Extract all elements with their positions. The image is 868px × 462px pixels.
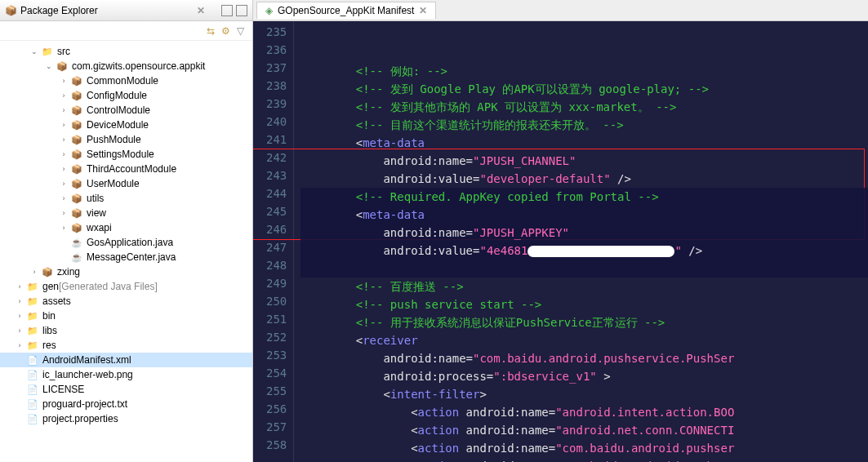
code-line[interactable]: android:name="com.baidu.android.pushserv… (300, 349, 868, 367)
file-icon: 📄 (26, 398, 39, 411)
file-icon: 📄 (26, 368, 39, 381)
tree-item[interactable]: ›📁bin (0, 309, 252, 323)
expander-icon[interactable] (59, 252, 69, 262)
expander-icon[interactable]: › (59, 105, 69, 115)
expander-icon[interactable]: › (15, 311, 24, 321)
expander-icon[interactable]: › (59, 193, 69, 203)
close-icon[interactable]: ✕ (197, 5, 205, 16)
tree-label: src (57, 46, 70, 57)
link-editor-icon[interactable]: ⚙ (221, 25, 230, 37)
tree-item[interactable]: ›📁res (0, 338, 252, 353)
tree-item[interactable]: ⌄📦com.gizwits.opensource.appkit (0, 59, 252, 73)
tree-item[interactable]: ›📦ConfigModule (0, 88, 252, 103)
minimize-icon[interactable] (221, 5, 233, 16)
tree-item[interactable]: 📄project.properties (0, 411, 252, 426)
tree-item[interactable]: ☕MessageCenter.java (0, 250, 252, 264)
code-line[interactable]: <!-- 例如: --> (300, 62, 868, 80)
tree-item[interactable]: ›📦zxing (0, 264, 252, 279)
project-tree[interactable]: ⌄📁src⌄📦com.gizwits.opensource.appkit›📦Co… (0, 41, 252, 462)
tree-item[interactable]: ›📦utils (0, 191, 252, 206)
expander-icon[interactable] (15, 384, 24, 394)
editor-tab-title: GOpenSource_AppKit Manifest (278, 5, 414, 16)
line-number: 240 (266, 113, 287, 131)
expander-icon[interactable]: ⌄ (29, 47, 39, 56)
code-line[interactable]: <!-- 发到 Google Play 的APK可以设置为 google-pla… (300, 80, 868, 98)
tree-label: CommonModule (87, 75, 158, 87)
code-line[interactable]: <action android:name="android.intent.act… (300, 403, 868, 421)
tree-item[interactable]: ›📦ThirdAccountModule (0, 162, 252, 176)
tree-item[interactable]: 📄proguard-project.txt (0, 397, 252, 411)
tree-item[interactable]: ›📦SettingsModule (0, 147, 252, 162)
expander-icon[interactable]: › (15, 326, 24, 335)
expander-icon[interactable]: › (59, 149, 69, 159)
code-line[interactable] (300, 260, 868, 278)
tree-item[interactable]: ›📦DeviceModule (0, 118, 252, 132)
code-line[interactable]: <!-- Required. AppKey copied from Portal… (300, 188, 868, 206)
expander-icon[interactable]: › (59, 208, 69, 218)
code-line[interactable]: <action android:name="com.baidu.android.… (300, 457, 868, 462)
code-line[interactable]: <meta-data (300, 206, 868, 224)
tree-label: project.properties (42, 413, 118, 424)
tree-item[interactable]: ›📦PushModule (0, 132, 252, 147)
tree-item[interactable]: ›📦UserModule (0, 176, 252, 191)
expander-icon[interactable]: › (59, 91, 69, 100)
tree-item[interactable]: ›📁assets (0, 294, 252, 309)
expander-icon[interactable]: › (59, 76, 69, 86)
tree-item[interactable]: ⌄📁src (0, 44, 252, 59)
code-line[interactable]: <action android:name="com.baidu.android.… (300, 439, 868, 457)
expander-icon[interactable] (15, 414, 24, 424)
expander-icon[interactable]: › (15, 282, 24, 291)
code-line[interactable]: <intent-filter> (300, 385, 868, 403)
code-line[interactable]: <meta-data (300, 134, 868, 152)
line-number: 256 (266, 400, 287, 418)
editor-tab[interactable]: ◈ GOpenSource_AppKit Manifest ✕ (256, 2, 436, 19)
expander-icon[interactable]: › (15, 340, 24, 350)
expander-icon[interactable]: › (29, 267, 39, 277)
code-line[interactable]: <!-- push service start --> (300, 295, 868, 313)
tree-item[interactable]: ›📦ControlModule (0, 103, 252, 118)
expander-icon[interactable]: ⌄ (44, 61, 54, 71)
code-line[interactable]: <!-- 目前这个渠道统计功能的报表还未开放。 --> (300, 116, 868, 134)
expander-icon[interactable]: › (59, 223, 69, 233)
expander-icon[interactable]: › (59, 164, 69, 174)
tree-label: ControlModule (87, 104, 150, 116)
code-line[interactable]: android:name="JPUSH_APPKEY" (300, 224, 868, 242)
view-menu-icon[interactable]: ▽ (237, 25, 244, 37)
code-line[interactable]: android:name="JPUSH_CHANNEL" (300, 152, 868, 170)
folder-icon: 📁 (26, 309, 39, 322)
tree-item[interactable]: 📄AndroidManifest.xml (0, 353, 252, 367)
expander-icon[interactable]: › (59, 179, 69, 189)
code-line[interactable]: <action android:name="android.net.conn.C… (300, 421, 868, 439)
code-area[interactable]: <!-- 例如: --> <!-- 发到 Google Play 的APK可以设… (294, 21, 868, 462)
tree-item[interactable]: ›📦wxapi (0, 220, 252, 235)
tree-item[interactable]: ›📦CommonModule (0, 73, 252, 88)
code-line[interactable]: android:process=":bdservice_v1" > (300, 367, 868, 385)
tree-label: gen (42, 281, 59, 292)
line-number: 244 (266, 184, 287, 202)
redacted-value (527, 246, 674, 257)
tree-item[interactable]: ›📁libs (0, 323, 252, 338)
line-number: 252 (266, 328, 287, 346)
code-line[interactable]: android:value="developer-default" /> (300, 170, 868, 188)
tree-item[interactable]: ›📁gen [Generated Java Files] (0, 279, 252, 294)
collapse-all-icon[interactable]: ⇆ (207, 25, 215, 37)
tree-item[interactable]: ›📦view (0, 206, 252, 220)
expander-icon[interactable] (15, 370, 24, 380)
code-line[interactable]: <!-- 用于接收系统消息以保证PushService正常运行 --> (300, 313, 868, 331)
code-line[interactable]: android:value="4e4681" /> (300, 242, 868, 260)
code-editor[interactable]: 2352362372382392402412422432442452462472… (253, 21, 868, 462)
expander-icon[interactable]: › (59, 120, 69, 130)
close-tab-icon[interactable]: ✕ (419, 5, 427, 16)
code-line[interactable]: <!-- 百度推送 --> (300, 278, 868, 295)
tree-item[interactable]: 📄ic_launcher-web.png (0, 367, 252, 382)
expander-icon[interactable] (59, 238, 69, 247)
code-line[interactable]: <!-- 发到其他市场的 APK 可以设置为 xxx-market。 --> (300, 98, 868, 116)
expander-icon[interactable]: › (15, 296, 24, 306)
maximize-icon[interactable] (236, 5, 247, 16)
expander-icon[interactable] (15, 399, 24, 409)
expander-icon[interactable] (15, 355, 24, 365)
expander-icon[interactable]: › (59, 135, 69, 144)
code-line[interactable]: <receiver (300, 331, 868, 349)
tree-item[interactable]: ☕GosApplication.java (0, 235, 252, 250)
tree-item[interactable]: 📄LICENSE (0, 382, 252, 397)
